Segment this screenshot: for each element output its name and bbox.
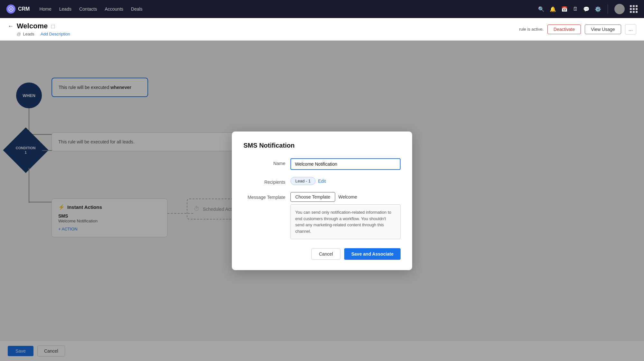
name-label: Name bbox=[243, 158, 285, 166]
search-icon[interactable]: 🔍 bbox=[538, 6, 545, 12]
recipients-label: Recipients bbox=[243, 177, 285, 185]
modal-footer: Cancel Save and Associate bbox=[243, 248, 401, 260]
page-meta: @ Leads Add Description bbox=[8, 32, 70, 36]
deactivate-button[interactable]: Deactivate bbox=[547, 24, 581, 34]
modal-recipients-field: Lead - 1 Edit bbox=[290, 177, 401, 185]
nav-leads[interactable]: Leads bbox=[59, 6, 71, 12]
nav-accounts[interactable]: Accounts bbox=[105, 6, 123, 12]
template-name: Welcome bbox=[338, 194, 357, 200]
logo-icon bbox=[6, 5, 15, 14]
edit-icon[interactable]: ⬚ bbox=[51, 24, 55, 29]
modal-template-field: Choose Template Welcome You can send onl… bbox=[290, 192, 401, 239]
bell-icon[interactable]: 🔔 bbox=[550, 6, 556, 12]
view-usage-button[interactable]: View Usage bbox=[585, 24, 621, 34]
add-description-link[interactable]: Add Description bbox=[41, 32, 70, 36]
rule-active-text: rule is active. bbox=[519, 27, 544, 32]
page-header: ← Welcome ⬚ @ Leads Add Description rule… bbox=[0, 18, 644, 41]
grid-icon[interactable] bbox=[630, 5, 638, 13]
topnav-divider bbox=[608, 5, 608, 14]
nav-deals[interactable]: Deals bbox=[131, 6, 143, 12]
message-preview: You can send only notification-related i… bbox=[290, 204, 401, 239]
calendar-plus-icon[interactable]: 📅 bbox=[561, 6, 568, 12]
modal-cancel-button[interactable]: Cancel bbox=[311, 248, 340, 260]
nav-contacts[interactable]: Contacts bbox=[79, 6, 97, 12]
lead-badge: Lead - 1 bbox=[290, 177, 316, 185]
topnav: CRM Home Leads Contacts Accounts Deals 🔍… bbox=[0, 0, 644, 18]
template-row: Choose Template Welcome bbox=[290, 192, 401, 202]
calendar-icon[interactable]: 🗓 bbox=[573, 6, 578, 12]
nav-home[interactable]: Home bbox=[39, 6, 51, 12]
page-title: Welcome bbox=[17, 22, 48, 30]
recipients-row: Lead - 1 Edit bbox=[290, 177, 401, 185]
canvas: WHEN This rule will be executed whenever… bbox=[0, 41, 644, 361]
edit-recipients-link[interactable]: Edit bbox=[318, 179, 326, 184]
logo: CRM bbox=[6, 5, 30, 14]
topnav-links: Home Leads Contacts Accounts Deals bbox=[39, 6, 538, 12]
page: ← Welcome ⬚ @ Leads Add Description rule… bbox=[0, 18, 644, 361]
modal-overlay: SMS Notification Name Recipients Lead - … bbox=[0, 41, 644, 361]
modal-template-row: Message Template Choose Template Welcome… bbox=[243, 192, 401, 239]
modal-name-field bbox=[290, 158, 401, 170]
meta-module: Leads bbox=[23, 32, 34, 36]
modal-recipients-row: Recipients Lead - 1 Edit bbox=[243, 177, 401, 185]
name-input[interactable] bbox=[290, 158, 401, 170]
logo-text: CRM bbox=[18, 6, 30, 12]
page-header-right: rule is active. Deactivate View Usage ..… bbox=[519, 24, 636, 34]
back-arrow-icon[interactable]: ← bbox=[8, 23, 14, 30]
modal: SMS Notification Name Recipients Lead - … bbox=[232, 132, 412, 270]
page-title-row: ← Welcome ⬚ bbox=[8, 22, 70, 30]
modal-title: SMS Notification bbox=[243, 142, 401, 149]
save-associate-button[interactable]: Save and Associate bbox=[344, 248, 401, 260]
message-template-label: Message Template bbox=[243, 192, 285, 200]
more-options-button[interactable]: ... bbox=[625, 24, 636, 34]
gear-icon[interactable]: ⚙️ bbox=[595, 6, 601, 12]
page-header-left: ← Welcome ⬚ @ Leads Add Description bbox=[8, 22, 70, 36]
choose-template-button[interactable]: Choose Template bbox=[290, 192, 335, 202]
message-icon[interactable]: 💬 bbox=[583, 6, 590, 12]
avatar[interactable] bbox=[614, 4, 625, 14]
modal-name-row: Name bbox=[243, 158, 401, 170]
at-symbol: @ bbox=[17, 32, 21, 36]
topnav-actions: 🔍 🔔 📅 🗓 💬 ⚙️ bbox=[538, 4, 638, 14]
